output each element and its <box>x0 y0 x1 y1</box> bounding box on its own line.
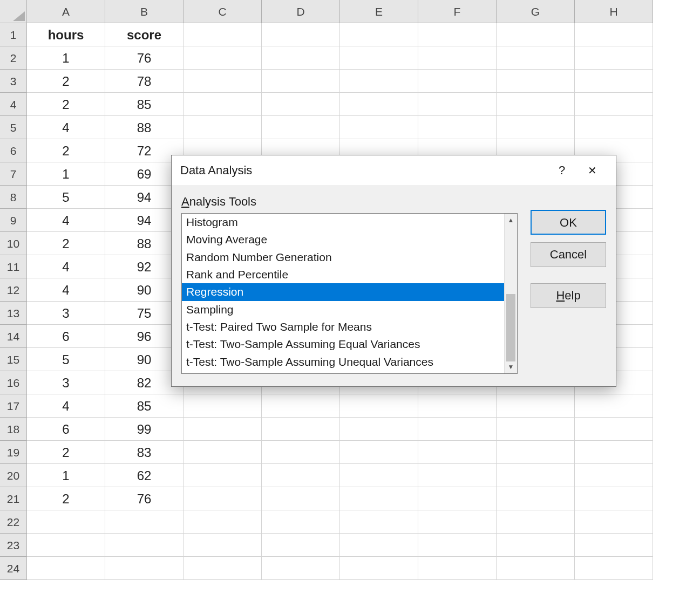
cell-A22[interactable] <box>27 510 105 534</box>
cell-C18[interactable] <box>184 418 262 441</box>
cell-B21[interactable]: 76 <box>105 487 184 510</box>
cell-G23[interactable] <box>497 534 575 557</box>
cell-F4[interactable] <box>418 93 497 116</box>
cell-C5[interactable] <box>184 116 262 139</box>
cell-B4[interactable]: 85 <box>105 93 184 116</box>
help-button[interactable]: Help <box>531 283 606 308</box>
dialog-help-button[interactable]: ? <box>547 155 577 185</box>
cell-E18[interactable] <box>340 418 418 441</box>
cell-B18[interactable]: 99 <box>105 418 184 441</box>
cell-F2[interactable] <box>418 46 497 70</box>
cell-E5[interactable] <box>340 116 418 139</box>
cell-A16[interactable]: 3 <box>27 371 105 394</box>
list-item-ttest-equal-var[interactable]: t-Test: Two-Sample Assuming Equal Varian… <box>182 336 504 353</box>
cell-A9[interactable]: 4 <box>27 209 105 232</box>
cell-G1[interactable] <box>497 23 575 46</box>
cell-D4[interactable] <box>262 93 340 116</box>
cell-C2[interactable] <box>184 46 262 70</box>
cell-E23[interactable] <box>340 534 418 557</box>
cell-A5[interactable]: 4 <box>27 116 105 139</box>
cell-B22[interactable] <box>105 510 184 534</box>
cell-E21[interactable] <box>340 487 418 510</box>
scroll-track[interactable] <box>505 227 517 360</box>
cell-C1[interactable] <box>184 23 262 46</box>
cell-D19[interactable] <box>262 441 340 464</box>
cell-G5[interactable] <box>497 116 575 139</box>
cell-A10[interactable]: 2 <box>27 232 105 255</box>
row-header-24[interactable]: 24 <box>0 557 27 580</box>
cell-B24[interactable] <box>105 557 184 580</box>
cell-A24[interactable] <box>27 557 105 580</box>
cell-H21[interactable] <box>575 487 653 510</box>
cell-G22[interactable] <box>497 510 575 534</box>
list-item-ttest-unequal-var[interactable]: t-Test: Two-Sample Assuming Unequal Vari… <box>182 353 504 371</box>
cell-H19[interactable] <box>575 441 653 464</box>
cell-F17[interactable] <box>418 394 497 418</box>
cell-F19[interactable] <box>418 441 497 464</box>
row-header-10[interactable]: 10 <box>0 232 27 255</box>
cell-D18[interactable] <box>262 418 340 441</box>
cell-A1[interactable]: hours <box>27 23 105 46</box>
cell-F3[interactable] <box>418 70 497 93</box>
cell-C23[interactable] <box>184 534 262 557</box>
cell-E2[interactable] <box>340 46 418 70</box>
cell-F1[interactable] <box>418 23 497 46</box>
cell-H17[interactable] <box>575 394 653 418</box>
col-header-G[interactable]: G <box>497 0 575 23</box>
cell-D1[interactable] <box>262 23 340 46</box>
cell-H22[interactable] <box>575 510 653 534</box>
row-header-6[interactable]: 6 <box>0 139 27 162</box>
cell-D5[interactable] <box>262 116 340 139</box>
cell-G18[interactable] <box>497 418 575 441</box>
list-item-sampling[interactable]: Sampling <box>182 301 504 318</box>
cell-E20[interactable] <box>340 464 418 487</box>
row-header-8[interactable]: 8 <box>0 186 27 209</box>
cell-G20[interactable] <box>497 464 575 487</box>
cell-H1[interactable] <box>575 23 653 46</box>
list-item-ztest[interactable]: z-Test: Two Sample for Means <box>182 371 504 373</box>
cell-C20[interactable] <box>184 464 262 487</box>
close-icon[interactable]: ✕ <box>577 155 607 185</box>
cell-D17[interactable] <box>262 394 340 418</box>
row-header-3[interactable]: 3 <box>0 70 27 93</box>
cell-H5[interactable] <box>575 116 653 139</box>
cell-B3[interactable]: 78 <box>105 70 184 93</box>
row-header-15[interactable]: 15 <box>0 348 27 371</box>
cell-A14[interactable]: 6 <box>27 325 105 348</box>
cell-F22[interactable] <box>418 510 497 534</box>
cell-A12[interactable]: 4 <box>27 278 105 302</box>
row-header-19[interactable]: 19 <box>0 441 27 464</box>
col-header-C[interactable]: C <box>184 0 262 23</box>
cell-D20[interactable] <box>262 464 340 487</box>
scroll-down-icon[interactable]: ▼ <box>505 360 517 373</box>
cell-A7[interactable]: 1 <box>27 162 105 186</box>
cell-A19[interactable]: 2 <box>27 441 105 464</box>
cell-D3[interactable] <box>262 70 340 93</box>
col-header-H[interactable]: H <box>575 0 653 23</box>
cell-B23[interactable] <box>105 534 184 557</box>
cell-F23[interactable] <box>418 534 497 557</box>
row-header-18[interactable]: 18 <box>0 418 27 441</box>
row-header-5[interactable]: 5 <box>0 116 27 139</box>
cell-G19[interactable] <box>497 441 575 464</box>
scroll-up-icon[interactable]: ▲ <box>505 214 517 227</box>
cell-F20[interactable] <box>418 464 497 487</box>
cell-A8[interactable]: 5 <box>27 186 105 209</box>
cell-H20[interactable] <box>575 464 653 487</box>
row-header-17[interactable]: 17 <box>0 394 27 418</box>
list-item-regression[interactable]: Regression <box>182 283 504 301</box>
cell-E1[interactable] <box>340 23 418 46</box>
row-header-4[interactable]: 4 <box>0 93 27 116</box>
row-header-11[interactable]: 11 <box>0 255 27 278</box>
select-all-corner[interactable] <box>0 0 27 23</box>
cell-G17[interactable] <box>497 394 575 418</box>
listbox-scrollbar[interactable]: ▲ ▼ <box>504 214 517 373</box>
col-header-E[interactable]: E <box>340 0 418 23</box>
row-header-20[interactable]: 20 <box>0 464 27 487</box>
cell-D2[interactable] <box>262 46 340 70</box>
cell-B2[interactable]: 76 <box>105 46 184 70</box>
cell-D24[interactable] <box>262 557 340 580</box>
cell-C24[interactable] <box>184 557 262 580</box>
cell-C3[interactable] <box>184 70 262 93</box>
cell-H2[interactable] <box>575 46 653 70</box>
